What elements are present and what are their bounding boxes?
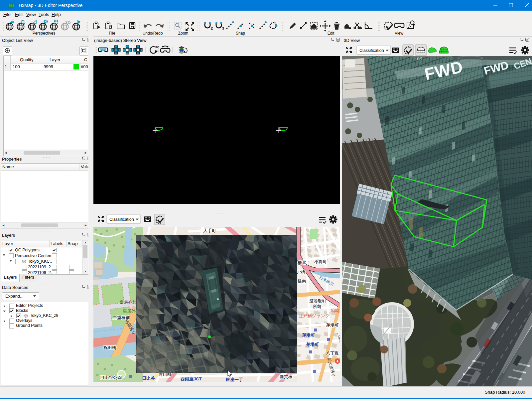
svg-text:祝田橋: 祝田橋 xyxy=(103,345,116,350)
svg-text:皇居外苑: 皇居外苑 xyxy=(119,300,137,305)
svg-text:皇居外: 皇居外 xyxy=(123,309,136,314)
svg-text:小舟町: 小舟町 xyxy=(314,260,327,264)
svg-text:西銀座JCT: 西銀座JCT xyxy=(180,376,202,381)
svg-text:箱崎ジ: 箱崎ジ xyxy=(331,308,340,313)
svg-text:日比谷公園: 日比谷公園 xyxy=(100,375,122,380)
svg-text:3D: 3D xyxy=(65,20,71,25)
svg-text:3: 3 xyxy=(222,26,224,30)
svg-text:橋南: 橋南 xyxy=(298,279,306,284)
svg-text:茅場町: 茅場町 xyxy=(326,323,339,328)
svg-text:証券取引: 証券取引 xyxy=(310,299,326,304)
svg-text:新京橋: 新京橋 xyxy=(280,374,293,379)
svg-text:八丁堀: 八丁堀 xyxy=(326,351,339,355)
svg-text:日比谷: 日比谷 xyxy=(142,376,155,381)
svg-text:大手町: 大手町 xyxy=(203,228,216,233)
svg-text:茅場町: 茅場町 xyxy=(306,342,319,347)
svg-text:茅場町: 茅場町 xyxy=(302,333,315,337)
svg-text:戸橋: 戸橋 xyxy=(297,270,306,274)
svg-text:所前: 所前 xyxy=(313,304,322,309)
svg-text:銀座一丁: 銀座一丁 xyxy=(225,377,243,382)
svg-text:江戸橋ジャンク: 江戸橋ジャンク xyxy=(299,313,330,318)
svg-text:2: 2 xyxy=(211,26,213,30)
svg-text:橋北: 橋北 xyxy=(298,260,306,265)
